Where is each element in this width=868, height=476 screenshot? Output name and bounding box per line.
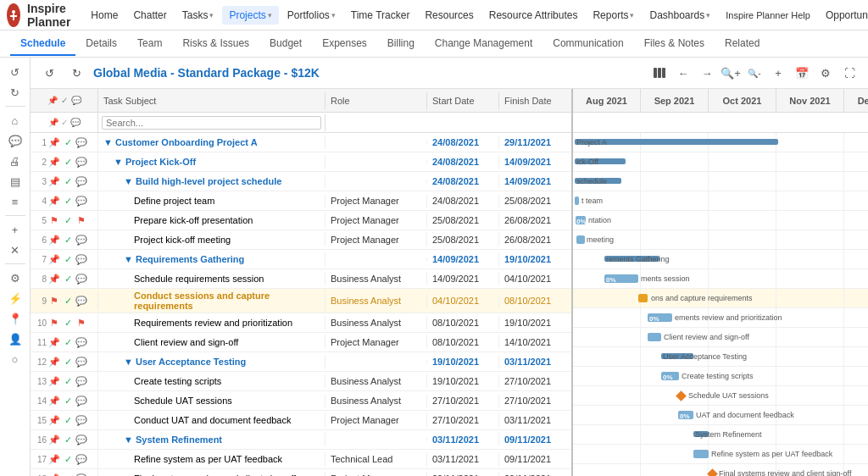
task-search-input[interactable] <box>102 116 321 130</box>
chat-icon[interactable]: 💬 <box>75 396 87 407</box>
arrow-left-icon[interactable]: ← <box>673 63 693 83</box>
pin-icon[interactable]: 📌 <box>48 396 60 407</box>
sidebar-print-icon[interactable]: 🖨 <box>3 152 27 170</box>
tab-related[interactable]: Related <box>715 32 770 56</box>
check-icon[interactable]: ✓ <box>62 235 74 246</box>
chat-icon[interactable]: 💬 <box>75 137 87 148</box>
pin-icon[interactable]: 📌 <box>48 137 60 148</box>
check-icon[interactable]: ✓ <box>62 357 74 368</box>
app-logo[interactable] <box>7 3 20 27</box>
chat-icon[interactable]: 💬 <box>75 337 87 348</box>
chat-icon[interactable]: 💬 <box>75 274 87 285</box>
check-icon[interactable]: ✓ <box>62 473 74 477</box>
check-icon[interactable]: ✓ <box>62 196 74 207</box>
check-icon[interactable]: ✓ <box>62 254 74 265</box>
gantt-columns-icon[interactable] <box>649 63 670 83</box>
sidebar-people-icon[interactable]: 👤 <box>3 329 27 348</box>
pin-icon[interactable]: 📌 <box>48 254 60 265</box>
chat-icon[interactable]: 💬 <box>75 254 87 265</box>
check-icon[interactable]: ✓ <box>62 318 74 329</box>
redo-button[interactable]: ↻ <box>66 63 86 83</box>
pin-icon[interactable]: 📌 <box>48 434 60 446</box>
task-search-area[interactable] <box>98 114 326 131</box>
alert-icon[interactable]: ⚑ <box>75 318 87 329</box>
pin-icon[interactable]: 📌 <box>48 157 60 168</box>
tab-change-management[interactable]: Change Management <box>425 32 542 56</box>
chat-icon[interactable]: 💬 <box>75 434 87 446</box>
tab-files-notes[interactable]: Files & Notes <box>634 32 715 56</box>
nav-tasks[interactable]: Tasks ▾ <box>175 6 221 25</box>
sidebar-home-icon[interactable]: ⌂ <box>3 111 27 130</box>
chat-icon[interactable]: 💬 <box>75 357 87 368</box>
nav-opportunities[interactable]: Opportunities ▾ <box>819 6 868 25</box>
check-icon[interactable]: ✓ <box>62 296 74 307</box>
zoom-in-icon[interactable]: 🔍+ <box>721 63 741 83</box>
pin-icon[interactable]: 📌 <box>48 357 60 368</box>
sidebar-list-icon[interactable]: ≡ <box>3 192 27 211</box>
nav-chatter[interactable]: Chatter <box>126 6 173 25</box>
nav-home[interactable]: Home <box>84 6 125 25</box>
check-icon[interactable]: ✓ <box>62 157 74 168</box>
nav-resource-attributes[interactable]: Resource Attributes <box>482 6 585 25</box>
chat-icon[interactable]: 💬 <box>75 196 87 207</box>
tab-budget[interactable]: Budget <box>259 32 312 56</box>
tab-billing[interactable]: Billing <box>377 32 425 56</box>
refresh-button[interactable]: ↺ <box>39 63 59 83</box>
tab-team[interactable]: Team <box>127 32 172 56</box>
chat-icon[interactable]: 💬 <box>75 296 87 307</box>
check-icon[interactable]: ✓ <box>62 454 74 465</box>
add-task-icon[interactable]: + <box>768 63 788 83</box>
check-icon[interactable]: ✓ <box>62 215 74 226</box>
check-icon[interactable]: ✓ <box>62 137 74 148</box>
alert-icon[interactable]: ⚑ <box>75 215 87 226</box>
chat-icon[interactable]: 💬 <box>75 157 87 168</box>
settings-gantt-icon[interactable]: ⚙ <box>815 63 836 83</box>
tab-expenses[interactable]: Expenses <box>312 32 377 56</box>
pin-icon[interactable]: 📌 <box>48 235 60 246</box>
pin-icon[interactable]: 📌 <box>48 454 60 465</box>
tab-risks-issues[interactable]: Risks & Issues <box>172 32 259 56</box>
pin-icon[interactable]: 📌 <box>48 176 60 187</box>
pin-icon[interactable]: 📌 <box>48 196 60 207</box>
nav-projects[interactable]: Projects ▾ <box>222 6 278 25</box>
chat-icon[interactable]: 💬 <box>75 376 87 387</box>
check-icon[interactable]: ✓ <box>62 376 74 387</box>
sidebar-gear-icon[interactable]: ⚙ <box>3 268 27 287</box>
gantt-chart[interactable]: Aug 2021 Sep 2021 Oct 2021 Nov 2021 Dec … <box>573 89 868 476</box>
sidebar-lightning-icon[interactable]: ⚡ <box>3 289 27 307</box>
nav-resources[interactable]: Resources <box>418 6 480 25</box>
sidebar-table-icon[interactable]: ▤ <box>3 172 27 191</box>
calendar-icon[interactable]: 📅 <box>792 63 812 83</box>
chat-icon[interactable]: 💬 <box>75 415 87 426</box>
pin-icon[interactable]: 📌 <box>48 415 60 426</box>
chat-icon[interactable]: 💬 <box>75 176 87 187</box>
chat-icon[interactable]: 💬 <box>75 454 87 465</box>
tab-schedule[interactable]: Schedule <box>10 32 75 56</box>
sidebar-refresh-icon[interactable]: ↺ <box>3 63 27 81</box>
sidebar-settings2-icon[interactable]: ○ <box>3 350 27 368</box>
nav-reports[interactable]: Reports ▾ <box>586 6 641 25</box>
sidebar-location-icon[interactable]: 📍 <box>3 309 27 328</box>
warning-icon[interactable]: ⚑ <box>48 296 60 307</box>
pin-icon[interactable]: 📌 <box>48 473 60 477</box>
sidebar-redo-icon[interactable]: ↻ <box>3 83 27 102</box>
nav-portfolios[interactable]: Portfolios ▾ <box>281 6 342 25</box>
check-icon[interactable]: ✓ <box>62 396 74 407</box>
warning-icon[interactable]: ⚑ <box>48 318 60 329</box>
chat-icon[interactable]: 💬 <box>75 473 87 477</box>
pin-icon[interactable]: 📌 <box>48 376 60 387</box>
pin-icon[interactable]: 📌 <box>48 274 60 285</box>
nav-time-tracker[interactable]: Time Tracker <box>344 6 417 25</box>
check-icon[interactable]: ✓ <box>62 434 74 446</box>
task-table[interactable]: 📌 ✓ 💬 Task Subject Role Start Date Finis… <box>31 89 573 476</box>
check-icon[interactable]: ✓ <box>62 337 74 348</box>
warning-icon[interactable]: ⚑ <box>48 215 60 226</box>
tab-details[interactable]: Details <box>75 32 127 56</box>
check-icon[interactable]: ✓ <box>62 415 74 426</box>
check-icon[interactable]: ✓ <box>62 176 74 187</box>
zoom-out-icon[interactable]: 🔍- <box>744 63 765 83</box>
sidebar-x-icon[interactable]: ✕ <box>3 241 27 259</box>
tab-communication[interactable]: Communication <box>542 32 633 56</box>
arrow-right-icon[interactable]: → <box>697 63 717 83</box>
expand-icon[interactable]: ⛶ <box>839 63 860 83</box>
